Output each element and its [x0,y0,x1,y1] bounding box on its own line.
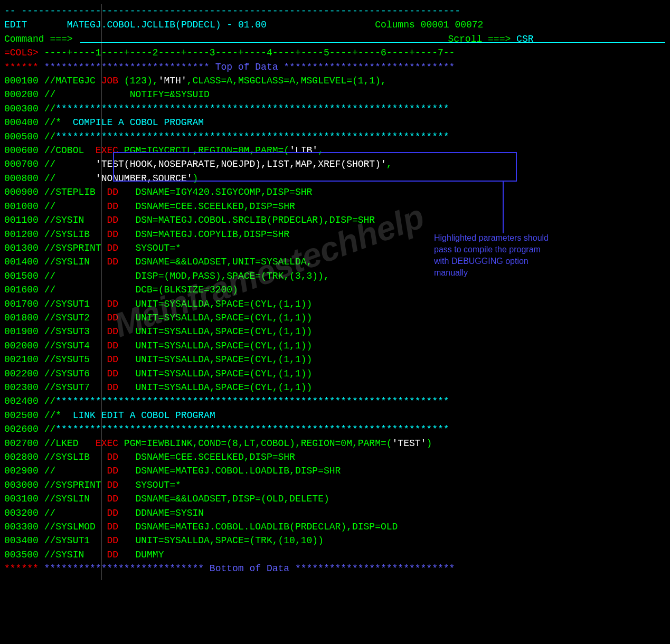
code-line[interactable]: 000800 // 'NONUMBER,SOURCE') [4,172,666,185]
code-line[interactable]: 002700 //LKED EXEC PGM=IEWBLINK,COND=(8,… [4,437,666,450]
jcl-keyword: DD [107,466,135,476]
code-line[interactable]: 001000 // DD DSNAME=CEE.SCEELKED,DISP=SH… [4,200,666,213]
line-number[interactable]: 001200 [4,229,39,240]
jcl-dd: //SYSUT7 [44,382,107,393]
code-line[interactable]: 003100 //SYSLIN DD DSNAME=&&LOADSET,DISP… [4,492,666,506]
top-stars-left: ****** [4,62,39,72]
line-number[interactable]: 001100 [4,215,39,225]
code-line[interactable]: 001900 //SYSUT3 DD UNIT=SYSALLDA,SPACE=(… [4,325,666,338]
jcl-keyword: DD [107,508,135,518]
line-number[interactable]: 000500 [4,131,39,142]
line-number[interactable]: 000700 [4,159,39,169]
jcl-literal: 'TEST(HOOK,NOSEPARATE,NOEJPD),LIST,MAP,X… [96,159,386,169]
code-line[interactable]: 001100 //SYSIN DD DSN=MATEGJ.COBOL.SRCLI… [4,213,666,227]
line-number[interactable]: 001000 [4,201,39,212]
line-number[interactable]: 003100 [4,494,39,504]
jcl-dd: //SYSUT3 [44,326,107,337]
code-line[interactable]: 000600 //COBOL EXEC PGM=IGYCRCTL,REGION=… [4,144,666,157]
code-line[interactable]: 003400 //SYSUT1 DD UNIT=SYSALLDA,SPACE=(… [4,534,666,547]
code-line[interactable]: 002100 //SYSUT5 DD UNIT=SYSALLDA,SPACE=(… [4,353,666,366]
jcl-dd: //SYSIN [44,215,107,225]
line-number[interactable]: 001600 [4,285,39,295]
jcl-comment-text: LINK EDIT A COBOL PROGRAM [73,410,215,421]
jcl-literal: 'TEST' [392,438,427,449]
line-number[interactable]: 000600 [4,145,39,156]
line-number[interactable]: 002800 [4,452,39,462]
code-line[interactable]: 001700 //SYSUT1 DD UNIT=SYSALLDA,SPACE=(… [4,297,666,311]
code-line[interactable]: 001500 // DISP=(MOD,PASS),SPACE=(TRK,(3,… [4,269,666,283]
code-line[interactable]: 002600 //*******************************… [4,422,666,436]
editor-body[interactable]: 000100 //MATEGJC JOB (123),'MTH',CLASS=A… [4,74,666,562]
line-number[interactable]: 001700 [4,299,39,309]
code-line[interactable]: 000400 //* COMPILE A COBOL PROGRAM [4,116,666,129]
jcl-dd: //SYSUT6 [44,368,107,379]
code-line[interactable]: 003200 // DD DDNAME=SYSIN [4,506,666,520]
line-number[interactable]: 002900 [4,466,39,476]
code-line[interactable]: 001400 //SYSLIN DD DSNAME=&&LOADSET,UNIT… [4,255,666,269]
code-line[interactable]: 002900 // DD DSNAME=MATEGJ.COBOL.LOADLIB… [4,464,666,478]
line-number[interactable]: 001900 [4,326,39,337]
line-number[interactable]: 000100 [4,75,39,86]
jcl-comment-stars: ****************************************… [55,396,449,406]
code-line[interactable]: 002500 //* LINK EDIT A COBOL PROGRAM [4,409,666,422]
command-row: Command ===> Scroll ===> CSR [4,32,666,46]
code-line[interactable]: 000100 //MATEGJC JOB (123),'MTH',CLASS=A… [4,74,666,88]
line-number[interactable]: 000800 [4,173,39,184]
line-number[interactable]: 002700 [4,438,39,449]
code-line[interactable]: 002400 //*******************************… [4,394,666,408]
jcl-literal: 'LIB' [289,145,318,156]
line-number[interactable]: 002100 [4,354,39,365]
code-line[interactable]: 000700 // 'TEST(HOOK,NOSEPARATE,NOEJPD),… [4,157,666,171]
jcl-dd: //SYSLIN [44,494,107,504]
command-input[interactable] [78,34,448,44]
code-line[interactable]: 001300 //SYSPRINT DD SYSOUT=* [4,241,666,255]
line-number[interactable]: 001300 [4,243,39,253]
code-line[interactable]: 001800 //SYSUT2 DD UNIT=SYSALLDA,SPACE=(… [4,311,666,325]
code-line[interactable]: 002000 //SYSUT4 DD UNIT=SYSALLDA,SPACE=(… [4,339,666,353]
line-number[interactable]: 000400 [4,117,39,128]
line-number[interactable]: 003000 [4,480,39,490]
line-number[interactable]: 002000 [4,340,39,351]
line-number[interactable]: 000300 [4,103,39,114]
line-number[interactable]: 001500 [4,271,39,281]
jcl-rest: NOTIFY=&SYSUID [130,89,210,100]
line-number[interactable]: 000900 [4,187,39,197]
jcl-keyword: JOB [101,75,124,86]
line-number[interactable]: 003200 [4,508,39,518]
code-line[interactable]: 000200 // NOTIFY=&SYSUID [4,88,666,101]
line-number[interactable]: 002200 [4,368,39,379]
code-line[interactable]: 001600 // DCB=(BLKSIZE=3200) [4,283,666,297]
line-number[interactable]: 003400 [4,535,39,546]
code-line[interactable]: 000900 //STEPLIB DD DSNAME=IGY420.SIGYCO… [4,185,666,199]
code-line[interactable]: 003000 //SYSPRINT DD SYSOUT=* [4,478,666,492]
jcl-rest: DSNAME=CEE.SCEELKED,DISP=SHR [135,201,295,212]
line-number[interactable]: 003300 [4,522,39,532]
code-line[interactable]: 001200 //SYSLIB DD DSN=MATEGJ.COPYLIB,DI… [4,228,666,241]
jcl-dd: //SYSLIB [44,229,107,240]
line-number[interactable]: 001400 [4,257,39,267]
columns-label: Columns [375,20,415,30]
jcl-paren: ( [386,438,392,449]
jcl-dd: //SYSLMOD [44,522,107,532]
jcl-keyword: DD [107,452,135,462]
code-line[interactable]: 000500 //*******************************… [4,130,666,144]
line-number[interactable]: 003500 [4,550,39,560]
code-line[interactable]: 002200 //SYSUT6 DD UNIT=SYSALLDA,SPACE=(… [4,367,666,381]
code-line[interactable]: 000300 //*******************************… [4,102,666,116]
line-number[interactable]: 000200 [4,89,39,100]
code-line[interactable]: 002800 //SYSLIB DD DSNAME=CEE.SCEELKED,D… [4,450,666,464]
line-number[interactable]: 002500 [4,410,39,421]
code-line[interactable]: 002300 //SYSUT7 DD UNIT=SYSALLDA,SPACE=(… [4,381,666,394]
code-line[interactable]: 003300 //SYSLMOD DD DSNAME=MATEGJ.COBOL.… [4,520,666,534]
jcl-literal: 'MTH' [158,75,187,86]
code-line[interactable]: 003500 //SYSIN DD DUMMY [4,548,666,562]
line-number[interactable]: 002300 [4,382,39,393]
scroll-value[interactable]: CSR [516,34,533,44]
line-number[interactable]: 002400 [4,396,39,406]
line-number[interactable]: 001800 [4,312,39,323]
jcl-rest: DSN=MATEGJ.COBOL.SRCLIB(PRDECLAR),DISP=S… [135,215,375,225]
jcl-rest: UNIT=SYSALLDA,SPACE=(CYL,(1,1)) [135,368,312,379]
jcl-dd: //MATEGJC [44,75,101,86]
edit-label: EDIT [4,20,27,30]
line-number[interactable]: 002600 [4,424,39,434]
